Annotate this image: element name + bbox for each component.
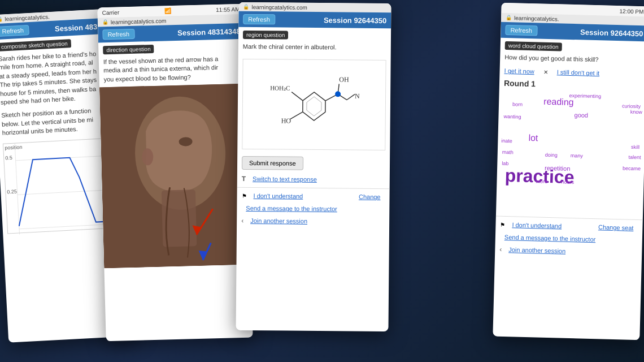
join-session-line-3: ‹ Join another session xyxy=(237,214,389,228)
switch-text-line: T Switch to text response xyxy=(237,172,390,187)
dont-understand-link-4[interactable]: I don't understand xyxy=(507,220,566,232)
x-mark: ✕ xyxy=(543,69,548,75)
question-text-3: Mark the chiral center in albuterol. xyxy=(238,41,391,56)
anatomy-image-2 xyxy=(99,84,251,269)
submit-response-button[interactable]: Submit response xyxy=(242,156,303,170)
refresh-button-1[interactable]: Refresh xyxy=(0,25,29,37)
word-experimenting: experimenting xyxy=(569,93,601,99)
change-seat-link-3[interactable]: Change xyxy=(354,192,385,202)
word-many: many xyxy=(571,153,583,159)
word-repetition: repetition xyxy=(545,165,571,172)
phone-4: 12:00 PM 🔒 learningcatalytics. Refresh S… xyxy=(493,3,644,341)
question-type-4: word cloud question xyxy=(505,41,562,51)
word-math: math xyxy=(502,149,514,156)
join-session-link-4[interactable]: Join another session xyxy=(504,244,570,256)
refresh-button-2[interactable]: Refresh xyxy=(102,29,134,40)
session-id-4: Session 92644350 xyxy=(580,28,643,38)
svg-line-0 xyxy=(15,143,19,234)
time-4: 12:00 PM xyxy=(620,8,644,15)
svg-text:N: N xyxy=(355,92,360,100)
carrier-2: Carrier xyxy=(102,9,119,16)
word-born: born xyxy=(512,102,523,107)
word-lot: lot xyxy=(528,133,538,143)
phone-content-2: direction question If the vessel shown a… xyxy=(98,39,251,269)
phone-3: 🔒 learningcatalytics.com Refresh Session… xyxy=(236,2,391,331)
word-know: know xyxy=(630,109,642,115)
url-text-3: learningcatalytics.com xyxy=(251,4,307,11)
svg-point-26 xyxy=(335,91,341,97)
anatomy-placeholder xyxy=(99,84,251,269)
lock-icon-3: 🔒 xyxy=(243,4,249,10)
url-text-4: learningcatalytics. xyxy=(514,15,559,22)
word-hours: hours xyxy=(561,179,574,186)
dont-understand-line-3: ⚑ I don't understand Change xyxy=(237,189,389,203)
chevron-left-icon-3: ‹ xyxy=(241,217,243,225)
word-became: became xyxy=(623,166,641,172)
switch-to-text-link[interactable]: Switch to text response xyxy=(248,174,321,184)
lock-icon-1: 🔒 xyxy=(0,16,3,22)
i-get-it-link[interactable]: I get it now xyxy=(504,67,534,75)
session-header-3: Refresh Session 92644350 xyxy=(238,11,391,28)
session-id-2: Session 48314348 xyxy=(177,27,241,37)
chemical-image[interactable]: HO HOH₂C OH N xyxy=(242,59,386,150)
text-icon: T xyxy=(242,175,246,183)
question-type-1: composite sketch question xyxy=(0,39,71,51)
change-seat-link-4[interactable]: Change seat xyxy=(594,222,638,234)
url-text-2: learningcatalytics.com xyxy=(111,18,167,25)
word-talent: talent xyxy=(629,154,641,161)
join-session-link-3[interactable]: Join another session xyxy=(246,216,312,226)
question-type-3: region question xyxy=(243,31,289,40)
svg-text:HOH₂C: HOH₂C xyxy=(270,84,290,91)
time-2: 11:55 AM xyxy=(216,6,240,12)
anatomy-svg xyxy=(99,84,251,269)
phone-content-4: word cloud question How did you get good… xyxy=(495,38,644,260)
word-skill: skill xyxy=(631,144,639,150)
question-type-2: direction question xyxy=(103,45,154,54)
word-lab: lab xyxy=(502,161,508,166)
chemical-svg: HO HOH₂C OH N xyxy=(246,61,382,149)
flag-icon-3: ⚑ xyxy=(241,193,246,199)
word-cloud: practice reading experimenting born curi… xyxy=(498,90,644,218)
session-id-3: Session 92644350 xyxy=(324,16,386,25)
svg-text:OH: OH xyxy=(339,75,349,83)
url-text-1: learningcatalytics. xyxy=(5,14,50,22)
phone-2: Carrier 📶 11:55 AM 🔒 learningcatalytics.… xyxy=(97,4,253,342)
send-message-line-3: Send a message to the instructor xyxy=(237,202,389,216)
word-good: good xyxy=(574,112,588,119)
lock-icon-2: 🔒 xyxy=(102,19,108,25)
word-inate: inate xyxy=(501,138,512,144)
svg-text:HO: HO xyxy=(281,117,291,124)
phone-content-3: region question Mark the chiral center i… xyxy=(237,27,391,229)
dont-understand-link-3[interactable]: I don't understand xyxy=(249,191,307,201)
flag-icon-4: ⚑ xyxy=(500,222,505,228)
send-message-link-3[interactable]: Send a message to the instructor xyxy=(241,203,385,214)
word-curiosity: curiosity xyxy=(622,104,641,110)
wifi-icon-2: 📶 xyxy=(164,8,171,14)
chevron-left-icon-4: ‹ xyxy=(499,245,502,253)
question-text-2: If the vessel shown at the red arrow has… xyxy=(99,53,246,88)
word-more: more xyxy=(536,179,547,185)
refresh-button-4[interactable]: Refresh xyxy=(505,25,537,36)
word-wanting: wanting xyxy=(503,114,521,120)
divider-1 xyxy=(237,187,390,189)
svg-rect-13 xyxy=(246,61,382,149)
lock-icon-4: 🔒 xyxy=(506,15,512,20)
refresh-button-3[interactable]: Refresh xyxy=(243,14,275,24)
i-still-dont-get-it-link[interactable]: I still don't get it xyxy=(557,69,600,77)
word-doing: doing xyxy=(545,152,558,158)
